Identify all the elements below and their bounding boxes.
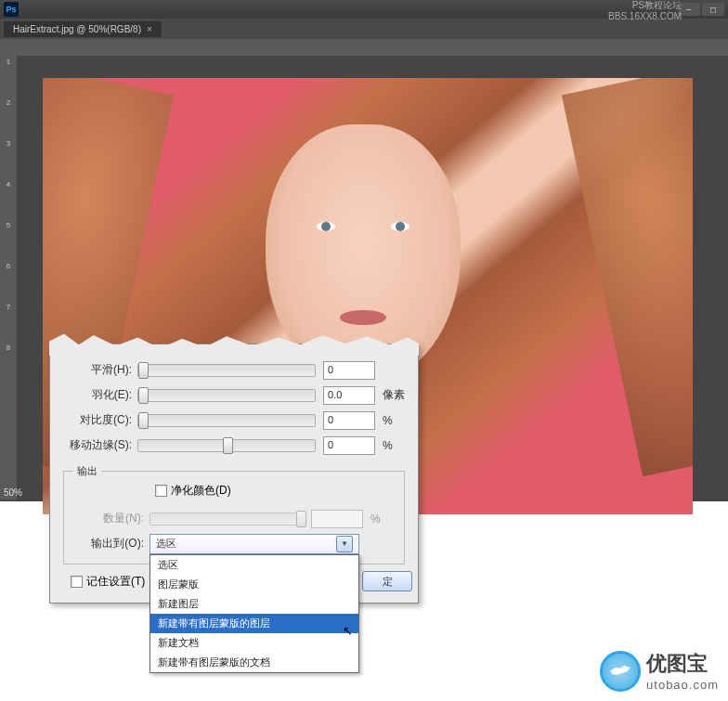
feather-value[interactable]: 0.0 — [323, 386, 375, 405]
dropdown-item[interactable]: 新建图层 — [150, 594, 358, 614]
feather-label: 羽化(E): — [63, 387, 137, 403]
ruler-horizontal — [17, 39, 728, 56]
remember-checkbox[interactable] — [71, 576, 83, 588]
dropdown-item[interactable]: 图层蒙版 — [150, 575, 358, 594]
zoom-level: 50% — [4, 487, 22, 498]
feather-row: 羽化(E): 0.0 像素 — [63, 383, 405, 408]
chevron-down-icon[interactable]: ▼ — [336, 536, 353, 552]
refine-edge-dialog: 平滑(H): 0 羽化(E): 0.0 像素 对比度(C): 0 % 移动边缘(… — [49, 344, 419, 604]
dropdown-item[interactable]: 选区 — [150, 555, 358, 575]
amount-value — [311, 510, 363, 528]
shift-edge-label: 移动边缘(S): — [63, 437, 137, 453]
minimize-button[interactable]: − — [678, 3, 700, 16]
contrast-unit: % — [375, 414, 405, 427]
window-controls: − □ — [678, 3, 724, 16]
feather-unit: 像素 — [375, 387, 405, 403]
decontaminate-label: 净化颜色(D) — [171, 483, 231, 499]
shift-edge-row: 移动边缘(S): 0 % — [63, 433, 405, 458]
contrast-row: 对比度(C): 0 % — [63, 408, 405, 433]
document-tab[interactable]: HairExtract.jpg @ 50%(RGB/8) × — [4, 21, 162, 37]
ok-button[interactable]: 定 — [362, 571, 412, 591]
shift-edge-unit: % — [375, 439, 405, 452]
smooth-value[interactable]: 0 — [323, 361, 375, 380]
logo-sub: utobao.com — [646, 678, 719, 692]
close-icon[interactable]: × — [147, 24, 152, 34]
output-to-row: 输出到(O): 选区 ▼ 选区 图层蒙版 新建图层 新建带有图层蒙版的图层 新建… — [75, 531, 393, 556]
shift-edge-slider[interactable] — [137, 439, 316, 452]
output-to-select[interactable]: 选区 ▼ — [150, 534, 359, 554]
smooth-label: 平滑(H): — [63, 362, 137, 378]
smooth-slider[interactable] — [137, 364, 316, 377]
ruler-corner — [0, 39, 17, 56]
logo-text: 优图宝 — [646, 650, 719, 678]
contrast-label: 对比度(C): — [63, 412, 137, 428]
shift-edge-value[interactable]: 0 — [323, 436, 375, 455]
output-legend: 输出 — [73, 464, 101, 478]
amount-slider — [150, 513, 304, 526]
watermark-logo: 优图宝 utobao.com — [600, 650, 719, 692]
output-to-selected: 选区 — [156, 537, 176, 551]
document-tabs: HairExtract.jpg @ 50%(RGB/8) × — [0, 19, 728, 39]
output-to-label: 输出到(O): — [75, 536, 150, 552]
decontaminate-row: 净化颜色(D) — [75, 483, 393, 499]
amount-row: 数量(N): % — [75, 506, 393, 531]
feather-slider[interactable] — [137, 389, 316, 402]
dropdown-item[interactable]: 新建带有图层蒙版的文档 — [150, 653, 358, 672]
contrast-value[interactable]: 0 — [323, 411, 375, 430]
contrast-slider[interactable] — [137, 414, 316, 427]
logo-icon — [600, 651, 641, 692]
dropdown-item[interactable]: 新建文档 — [150, 633, 358, 653]
remember-label: 记住设置(T) — [86, 574, 145, 590]
output-to-dropdown: 选区 图层蒙版 新建图层 新建带有图层蒙版的图层 新建文档 新建带有图层蒙版的文… — [150, 554, 359, 673]
ruler-vertical: 12345678 — [0, 39, 17, 500]
decontaminate-checkbox[interactable] — [155, 485, 167, 497]
title-bar: Ps − □ PS教程论坛 BBS.16XX8.COM — [0, 0, 728, 19]
dropdown-item-selected[interactable]: 新建带有图层蒙版的图层 — [150, 614, 358, 633]
amount-label: 数量(N): — [75, 511, 150, 526]
ps-app-icon: Ps — [4, 2, 19, 17]
output-fieldset: 输出 净化颜色(D) 数量(N): % 输出到(O): 选区 ▼ 选区 图层蒙版 — [63, 471, 405, 565]
maximize-button[interactable]: □ — [702, 3, 724, 16]
amount-unit: % — [363, 513, 393, 526]
smooth-row: 平滑(H): 0 — [63, 357, 405, 383]
tab-label: HairExtract.jpg @ 50%(RGB/8) — [13, 24, 141, 34]
